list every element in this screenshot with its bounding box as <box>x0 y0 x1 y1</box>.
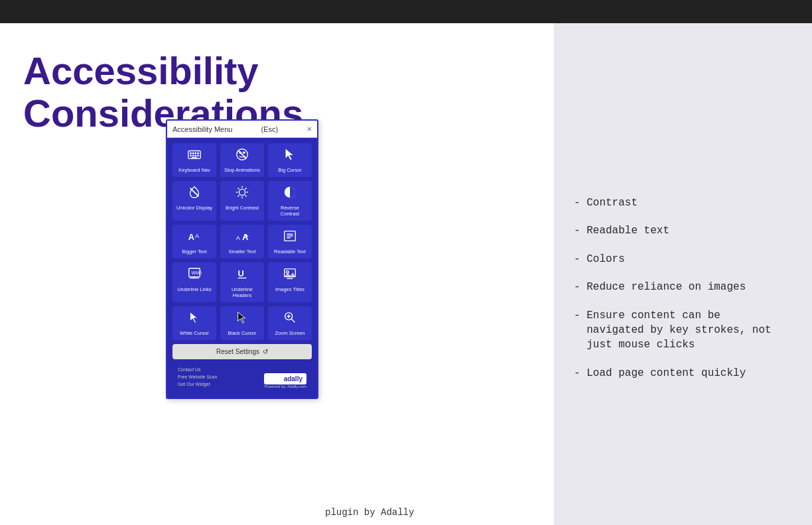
widget-item-unicolor[interactable]: Unicolor Display <box>172 181 216 221</box>
footer-scan-link[interactable]: Free Website Scan <box>178 373 217 380</box>
left-panel: Accessibility Considerations Accessibili… <box>0 23 554 525</box>
widget-item-smaller-text[interactable]: A A Smaller Text <box>220 225 264 259</box>
reset-settings-label: Reset Settings <box>216 348 259 355</box>
bullet-reduce-images: - Reduce reliance on images <box>574 280 792 294</box>
widget-close-button[interactable]: × <box>306 124 312 134</box>
widget-item-zoom-screen[interactable]: Zoom Screen <box>268 306 312 340</box>
widget-titlebar: Accessibility Menu (Esc) × <box>167 121 317 138</box>
white-cursor-label: White Cursor <box>180 330 209 336</box>
black-cursor-icon <box>235 310 249 328</box>
big-cursor-label: Big Cursor <box>278 167 301 173</box>
svg-text:U: U <box>238 268 244 278</box>
svg-point-15 <box>239 189 245 195</box>
plugin-label: plugin by Adally <box>325 507 414 518</box>
readable-text-icon <box>283 229 297 247</box>
bigger-text-icon: A A <box>187 229 202 247</box>
svg-text:WWW: WWW <box>191 270 202 276</box>
reverse-contrast-label: Reverse Contrast <box>271 205 309 217</box>
bullet-colors: - Colors <box>574 252 792 266</box>
images-titles-label: Images Titles <box>275 286 304 292</box>
leopard-pattern-bar <box>0 0 812 23</box>
underline-links-label: Underline Links <box>177 286 212 292</box>
widget-window: Accessibility Menu (Esc) × <box>166 119 318 399</box>
svg-line-21 <box>245 195 246 196</box>
widget-esc-hint: (Esc) <box>261 125 279 133</box>
accessibility-bullets: - Contrast - Readable text - Colors - Re… <box>574 196 792 380</box>
underline-headers-label: Underline Headers <box>223 286 261 298</box>
widget-item-bigger-text[interactable]: A A Bigger Text <box>172 225 216 259</box>
bright-contrast-icon <box>235 185 249 203</box>
widget-item-keyboard-nav[interactable]: Keyboard Nav <box>172 143 216 177</box>
unicolor-label: Unicolor Display <box>176 205 212 211</box>
reset-icon: ↺ <box>263 348 268 355</box>
widget-item-big-cursor[interactable]: Big Cursor <box>268 143 312 177</box>
stop-animations-icon <box>235 147 249 165</box>
widget-item-underline-links[interactable]: WWW Underline Links <box>172 262 216 302</box>
widget-item-black-cursor[interactable]: Black Cursor <box>220 306 264 340</box>
svg-line-23 <box>245 188 246 189</box>
svg-point-12 <box>243 151 245 154</box>
svg-point-41 <box>287 270 289 273</box>
widget-footer-links: Contact Us Free Website Scan Get Our Wid… <box>178 366 217 388</box>
black-cursor-label: Black Cursor <box>228 330 257 336</box>
smaller-text-icon: A A <box>235 229 249 247</box>
zoom-screen-label: Zoom Screen <box>275 330 304 336</box>
right-panel: - Contrast - Readable text - Colors - Re… <box>554 23 812 525</box>
white-cursor-icon <box>187 310 202 328</box>
stop-animations-label: Stop Animations <box>224 167 260 173</box>
widget-item-underline-headers[interactable]: U Underline Headers <box>220 262 264 302</box>
bright-contrast-label: Bright Contrast <box>226 205 259 211</box>
svg-line-44 <box>291 319 295 322</box>
bigger-text-label: Bigger Text <box>182 249 206 255</box>
widget-item-reverse-contrast[interactable]: Reverse Contrast <box>268 181 312 221</box>
accessibility-widget: Accessibility Menu (Esc) × <box>166 119 318 399</box>
underline-links-icon: WWW <box>187 266 202 284</box>
reset-settings-button[interactable]: Reset Settings ↺ <box>172 344 312 359</box>
widget-grid: Keyboard Nav <box>172 143 312 340</box>
keyboard-nav-label: Keyboard Nav <box>178 167 210 173</box>
bullet-load-quickly: - Load page content quickly <box>574 366 792 380</box>
svg-line-22 <box>237 195 239 196</box>
svg-text:A: A <box>195 233 200 239</box>
big-cursor-icon <box>283 147 297 165</box>
svg-line-20 <box>237 188 239 189</box>
svg-text:A: A <box>236 235 241 241</box>
widget-item-images-titles[interactable]: Images Titles <box>268 262 312 302</box>
widget-body: Keyboard Nav <box>167 138 317 398</box>
smaller-text-label: Smaller Text <box>228 249 255 255</box>
reverse-contrast-icon <box>283 185 297 203</box>
widget-footer: Contact Us Free Website Scan Get Our Wid… <box>172 363 312 392</box>
svg-text:A: A <box>242 232 248 242</box>
footer-contact-link[interactable]: Contact Us <box>178 366 217 373</box>
widget-item-stop-animations[interactable]: Stop Animations <box>220 143 264 177</box>
adally-logo: adally <box>264 373 306 384</box>
keyboard-nav-icon <box>187 147 202 165</box>
widget-item-white-cursor[interactable]: White Cursor <box>172 306 216 340</box>
svg-text:A: A <box>188 232 194 242</box>
bullet-readable-text: - Readable text <box>574 223 792 238</box>
zoom-screen-icon <box>283 310 297 328</box>
widget-item-bright-contrast[interactable]: Bright Contrast <box>220 181 264 221</box>
bullet-contrast: - Contrast <box>574 196 792 210</box>
widget-title: Accessibility Menu <box>172 125 232 133</box>
unicolor-icon <box>187 185 202 203</box>
footer-widget-link[interactable]: Get Our Widget <box>178 380 217 388</box>
underline-headers-icon: U <box>235 266 249 284</box>
widget-item-readable-text[interactable]: Readable Text <box>268 225 312 259</box>
powered-by-text: Powered by: Adally.com <box>264 384 306 388</box>
readable-text-label: Readable Text <box>274 249 306 255</box>
bullet-key-navigation: - Ensure content can be navigated by key… <box>574 308 792 353</box>
images-titles-icon <box>283 266 297 284</box>
